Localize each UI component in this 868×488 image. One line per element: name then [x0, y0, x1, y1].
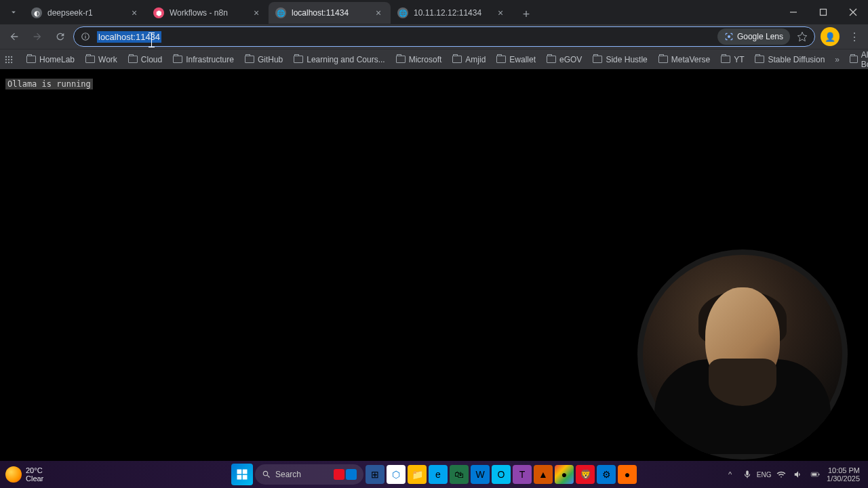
bookmark-folder[interactable]: MetaVerse [654, 53, 715, 66]
bookmark-folder[interactable]: GitHub [240, 53, 288, 66]
weather-condition: Clear [26, 474, 43, 483]
taskbar-search[interactable]: Search [255, 464, 363, 485]
close-tab-icon[interactable]: × [129, 7, 140, 18]
folder-icon [547, 56, 556, 63]
minimize-button[interactable] [778, 0, 808, 24]
reload-button[interactable] [50, 26, 71, 47]
close-tab-icon[interactable]: × [251, 7, 262, 18]
bookmark-folder[interactable]: HomeLab [22, 53, 79, 66]
svg-rect-22 [818, 474, 819, 475]
favicon-icon: ⬢ [153, 7, 164, 18]
taskbar-app-explorer[interactable]: 📁 [408, 465, 427, 484]
new-tab-button[interactable]: + [517, 5, 536, 24]
mic-icon[interactable] [742, 470, 752, 480]
weather-widget[interactable]: 20°C Clear [5, 466, 43, 483]
tab-n8n[interactable]: ⬢ Workflows - n8n × [146, 2, 269, 24]
apps-button[interactable] [4, 52, 14, 68]
taskbar-app-taskview[interactable]: ⊞ [366, 465, 384, 484]
svg-rect-19 [237, 475, 242, 480]
taskbar-app-chrome[interactable]: ● [555, 465, 574, 484]
lens-label: Google Lens [737, 32, 783, 41]
tab-search-button[interactable] [3, 3, 24, 22]
tab-title: deepseek-r1 [47, 8, 123, 18]
taskbar-center: Search ⊞ ⬡ 📁 e 🛍 W O T ▲ ● 🦁 ⚙ ● [231, 464, 637, 485]
taskbar-app-teams[interactable]: T [513, 465, 532, 484]
tab-deepseek[interactable]: ◐ deepseek-r1 × [24, 2, 146, 24]
close-tab-icon[interactable]: × [373, 7, 384, 18]
google-lens-button[interactable]: Google Lens [717, 28, 790, 45]
bookmark-folder[interactable]: Learning and Cours... [289, 53, 389, 66]
folder-icon [245, 56, 254, 63]
taskbar-app-other[interactable]: ● [618, 465, 637, 484]
tab-remote[interactable]: 🌐 10.11.12.12:11434 × [391, 2, 513, 24]
site-info-icon[interactable] [78, 29, 93, 44]
start-button[interactable] [231, 464, 253, 485]
bookmarks-overflow-button[interactable]: » [831, 55, 844, 64]
volume-icon[interactable] [793, 470, 803, 480]
lens-icon [724, 32, 734, 41]
bookmark-folder[interactable]: YT [716, 53, 749, 66]
windows-taskbar: 20°C Clear Search ⊞ ⬡ 📁 e 🛍 W O T ▲ ● 🦁 … [0, 461, 868, 488]
profile-avatar[interactable]: 👤 [821, 27, 840, 46]
bookmark-folder[interactable]: Amjid [448, 53, 490, 66]
all-bookmarks-button[interactable]: All Bookmarks [845, 48, 868, 71]
system-tray: ^ ENG 10:05 PM 1/30/2025 [725, 466, 863, 483]
svg-point-8 [5, 56, 7, 57]
folder-icon [128, 56, 138, 63]
bookmark-star-icon[interactable] [794, 31, 810, 42]
folder-icon [26, 56, 36, 63]
bookmark-folder[interactable]: Microsoft [391, 53, 447, 66]
clock-time: 10:05 PM [828, 466, 860, 474]
folder-icon [85, 56, 95, 63]
clock-date: 1/30/2025 [827, 474, 860, 483]
folder-icon [850, 56, 858, 63]
taskbar-app-vlc[interactable]: ▲ [534, 465, 553, 484]
bookmarks-bar: HomeLab Work Cloud Infrastructure GitHub… [0, 49, 868, 69]
taskbar-app-store[interactable]: 🛍 [450, 465, 469, 484]
taskbar-app-word[interactable]: W [471, 465, 490, 484]
taskbar-clock[interactable]: 10:05 PM 1/30/2025 [827, 466, 863, 483]
bookmark-folder[interactable]: eGOV [542, 53, 587, 66]
browser-titlebar: ◐ deepseek-r1 × ⬢ Workflows - n8n × 🌐 lo… [0, 0, 868, 24]
tray-overflow-icon[interactable]: ^ [725, 470, 735, 480]
wifi-icon[interactable] [776, 470, 786, 480]
taskbar-app-copilot[interactable]: ⬡ [387, 465, 406, 484]
folder-icon [658, 56, 668, 63]
folder-icon [452, 56, 462, 63]
back-button[interactable] [4, 26, 24, 47]
taskbar-app-settings[interactable]: ⚙ [597, 465, 616, 484]
taskbar-app-edge[interactable]: e [429, 465, 448, 484]
folder-icon [396, 56, 406, 63]
close-tab-icon[interactable]: × [495, 7, 506, 18]
battery-icon[interactable] [810, 470, 820, 480]
address-bar[interactable]: localhost:11434 Google Lens [73, 26, 815, 47]
folder-icon [496, 56, 506, 63]
browser-menu-button[interactable]: ⋮ [845, 30, 864, 43]
tab-strip: ◐ deepseek-r1 × ⬢ Workflows - n8n × 🌐 lo… [24, 1, 536, 24]
taskbar-app-brave[interactable]: 🦁 [576, 465, 595, 484]
bookmark-folder[interactable]: Side Hustle [588, 53, 652, 66]
taskbar-app-opera[interactable]: O [492, 465, 511, 484]
folder-icon [294, 56, 303, 63]
forward-button[interactable] [27, 26, 47, 47]
bookmark-folder[interactable]: Ewallet [492, 53, 540, 66]
svg-rect-17 [237, 470, 242, 474]
bookmark-folder[interactable]: Infrastructure [168, 53, 239, 66]
browser-toolbar: localhost:11434 Google Lens 👤 ⋮ [0, 24, 868, 49]
bookmark-folder[interactable]: Stable Diffusion [750, 53, 829, 66]
svg-point-7 [728, 35, 730, 38]
tab-localhost[interactable]: 🌐 localhost:11434 × [269, 2, 391, 24]
maximize-button[interactable] [808, 0, 838, 24]
svg-rect-18 [243, 470, 248, 474]
svg-point-15 [8, 61, 9, 62]
bookmark-folder[interactable]: Cloud [123, 53, 167, 66]
weather-icon [5, 466, 22, 483]
bookmark-folder[interactable]: Work [81, 53, 122, 66]
language-icon[interactable]: ENG [759, 470, 769, 480]
close-window-button[interactable] [838, 0, 868, 24]
tab-title: Workflows - n8n [170, 8, 245, 18]
svg-rect-23 [812, 473, 816, 476]
globe-icon: 🌐 [397, 7, 408, 18]
favicon-icon: ◐ [31, 7, 42, 18]
svg-point-9 [8, 56, 9, 57]
